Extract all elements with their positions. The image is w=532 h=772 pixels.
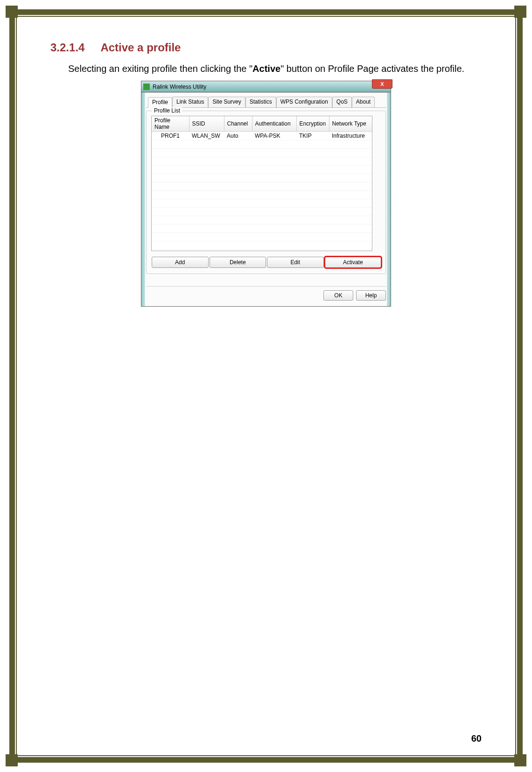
section-number: 3.2.1.4 xyxy=(50,41,84,54)
col-network-type[interactable]: Network Type xyxy=(329,116,372,132)
profile-list-fieldset: Profile List Profile Name SSID xyxy=(146,111,386,274)
app-icon xyxy=(143,84,150,90)
section-body: Selecting an exiting profile then clicki… xyxy=(50,61,482,77)
col-authentication[interactable]: Authentication xyxy=(252,116,296,132)
body-bold: Active xyxy=(252,63,280,74)
ralink-window: Ralink Wireless Utility X Profile Link S… xyxy=(141,81,391,307)
body-prefix: Selecting an exiting profile then clicki… xyxy=(68,63,252,74)
col-encryption[interactable]: Encryption xyxy=(296,116,329,132)
delete-button[interactable]: Delete xyxy=(210,257,266,268)
add-button[interactable]: Add xyxy=(152,257,209,268)
close-button[interactable]: X xyxy=(372,79,392,89)
window-border-right xyxy=(387,92,391,306)
window-title: Ralink Wireless Utility xyxy=(153,84,206,90)
window-body: Profile Link Status Site Survey Statisti… xyxy=(141,92,391,306)
cell-network-type: Infrastructure xyxy=(329,132,372,140)
body-suffix: " button on Profile Page activates the p… xyxy=(280,63,464,74)
page-number: 60 xyxy=(471,733,482,744)
tab-wps-config[interactable]: WPS Configuration xyxy=(276,97,332,107)
cell-ssid: WLAN_SW xyxy=(189,132,224,140)
divider xyxy=(146,286,386,287)
table-row[interactable]: PROF1 WLAN_SW Auto WPA-PSK TKIP Infrastr… xyxy=(152,132,372,140)
activate-button[interactable]: Activate xyxy=(325,257,382,268)
col-ssid[interactable]: SSID xyxy=(189,116,224,132)
window-border-left xyxy=(141,92,145,306)
tab-strip: Profile Link Status Site Survey Statisti… xyxy=(146,97,386,108)
close-icon: X xyxy=(380,81,384,87)
titlebar[interactable]: Ralink Wireless Utility X xyxy=(141,81,391,92)
tab-statistics[interactable]: Statistics xyxy=(245,97,276,107)
table-header-row: Profile Name SSID Channel Authentication… xyxy=(152,116,372,132)
tab-qos[interactable]: QoS xyxy=(332,97,352,107)
cell-encryption: TKIP xyxy=(296,132,329,140)
cell-profile-name: PROF1 xyxy=(152,132,189,140)
help-button[interactable]: Help xyxy=(356,290,386,301)
screenshot-container: Ralink Wireless Utility X Profile Link S… xyxy=(50,81,482,307)
dialog-button-row: OK Help xyxy=(146,290,386,301)
tab-about[interactable]: About xyxy=(352,97,375,107)
profile-button-row: Add Delete Edit Activate xyxy=(151,257,382,268)
section-title: Active a profile xyxy=(100,41,181,54)
page-content: 3.2.1.4Active a profile Selecting an exi… xyxy=(50,41,482,735)
profile-table: Profile Name SSID Channel Authentication… xyxy=(152,116,372,251)
fieldset-label: Profile List xyxy=(152,107,182,114)
tab-site-survey[interactable]: Site Survey xyxy=(208,97,245,107)
col-channel[interactable]: Channel xyxy=(224,116,252,132)
profile-table-wrap[interactable]: Profile Name SSID Channel Authentication… xyxy=(151,116,372,251)
section-heading: 3.2.1.4Active a profile xyxy=(50,41,482,54)
col-profile-name[interactable]: Profile Name xyxy=(152,116,189,132)
tab-link-status[interactable]: Link Status xyxy=(172,97,208,107)
edit-button[interactable]: Edit xyxy=(267,257,324,268)
cell-authentication: WPA-PSK xyxy=(252,132,296,140)
cell-channel: Auto xyxy=(224,132,252,140)
tab-profile[interactable]: Profile xyxy=(148,97,172,108)
ok-button[interactable]: OK xyxy=(323,290,353,301)
